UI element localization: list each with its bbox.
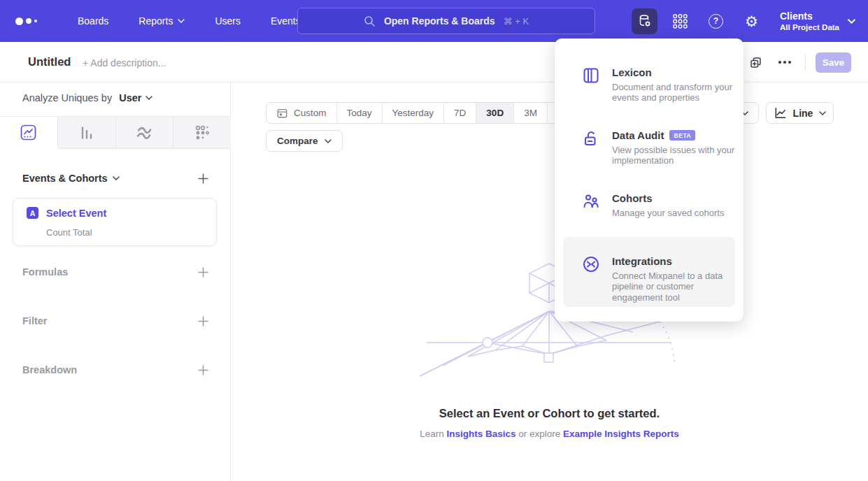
search-shortcut: ⌘ + K (504, 16, 529, 27)
settings-button[interactable]: ⚙ (739, 8, 764, 34)
date-range-custom[interactable]: Custom (266, 103, 337, 123)
menu-item-data-audit[interactable]: Data Audit BETA View possible issues wit… (555, 111, 744, 174)
analyze-by-selector[interactable]: User (119, 92, 152, 103)
count-total-selector[interactable]: Count Total (46, 227, 92, 238)
report-title[interactable]: Untitled (28, 55, 71, 69)
nav-label: Boards (78, 15, 108, 27)
menu-item-lexicon[interactable]: Lexicon Document and transform your even… (555, 48, 744, 111)
menu-item-title: Integrations (612, 255, 672, 267)
events-cohorts-section: Events & Cohorts (22, 169, 211, 187)
compare-button[interactable]: Compare (266, 130, 343, 152)
chart-area: Custom Today Yesterday 7D 30D 3M 6M Comp… (231, 82, 868, 481)
date-range-label: 30D (486, 108, 504, 118)
logo-dot (15, 17, 23, 25)
date-range-30d[interactable]: 30D (476, 103, 514, 123)
more-options-button[interactable] (774, 52, 795, 73)
add-event-button[interactable] (195, 171, 211, 186)
menu-item-description: Document and transform your events and p… (612, 82, 742, 103)
example-reports-link[interactable]: Example Insights Reports (563, 429, 679, 439)
data-audit-lock-icon (582, 129, 600, 148)
events-cohorts-label: Events & Cohorts (22, 173, 108, 184)
lexicon-book-icon (582, 66, 600, 85)
nav-item-users[interactable]: Users (215, 15, 241, 27)
breakdown-section: Breakdown (22, 361, 211, 379)
date-range-7d[interactable]: 7D (444, 103, 476, 123)
save-button[interactable]: Save (816, 52, 851, 73)
formulas-label: Formulas (22, 266, 68, 278)
mixpanel-logo[interactable] (15, 17, 48, 25)
retention-dots-icon (194, 124, 211, 141)
project-name: All Project Data (780, 22, 839, 32)
bar-chart-icon (79, 125, 94, 141)
tab-insights-line[interactable] (0, 117, 58, 149)
insights-basics-link[interactable]: Insights Basics (446, 429, 515, 439)
menu-item-integrations[interactable]: Integrations Connect Mixpanel to a data … (563, 237, 735, 307)
chart-type-selector[interactable]: Line (766, 102, 834, 124)
global-search-input[interactable]: Open Reports & Boards ⌘ + K (297, 8, 595, 34)
nav-label: Reports (138, 15, 173, 27)
question-mark-icon: ? (709, 14, 723, 29)
chevron-down-icon (145, 96, 152, 100)
line-chart-icon (774, 106, 787, 120)
duplicate-button[interactable] (745, 52, 766, 73)
tab-flows[interactable] (116, 117, 174, 149)
nav-item-events[interactable]: Events (271, 15, 301, 27)
help-button[interactable]: ? (703, 8, 729, 34)
nav-right-tools: ? ⚙ Clients All Project Data (622, 0, 855, 42)
chart-type-tabs (0, 116, 231, 149)
integrations-sync-icon (582, 255, 600, 273)
menu-item-title: Cohorts (612, 192, 653, 204)
logo-dot (26, 18, 31, 24)
search-placeholder: Open Reports & Boards (384, 15, 495, 27)
analyze-value: User (119, 92, 141, 103)
gear-icon: ⚙ (745, 14, 758, 29)
database-gear-icon (637, 13, 653, 29)
add-formula-button[interactable] (195, 264, 211, 280)
filter-label: Filter (22, 315, 47, 326)
add-description-field[interactable]: + Add description... (83, 57, 166, 69)
calendar-icon (276, 107, 288, 119)
date-range-label: Today (347, 108, 372, 118)
tab-bar-chart[interactable] (58, 117, 116, 149)
date-range-3m[interactable]: 3M (514, 103, 548, 123)
breakdown-label: Breakdown (22, 364, 77, 375)
chevron-down-icon (325, 139, 332, 143)
ellipsis-icon (778, 61, 791, 64)
add-breakdown-button[interactable] (195, 362, 211, 378)
plus-icon (198, 316, 208, 326)
date-range-label: Custom (294, 108, 327, 118)
plus-icon (198, 173, 208, 184)
date-range-today[interactable]: Today (337, 103, 383, 123)
empty-state-title: Select an Event or Cohort to get started… (231, 407, 868, 420)
tab-retention[interactable] (173, 117, 231, 149)
nav-item-reports[interactable]: Reports (138, 15, 185, 27)
data-management-button[interactable] (632, 8, 657, 34)
add-filter-button[interactable] (195, 313, 211, 329)
event-row-card[interactable]: A Select Event Count Total (13, 198, 217, 246)
plus-icon (198, 365, 208, 375)
divider (805, 54, 806, 71)
plus-icon (198, 267, 208, 278)
analyze-label: Analyze Uniques by (22, 92, 112, 103)
query-builder-sidebar: Analyze Uniques by User (0, 82, 231, 481)
cohorts-people-icon (582, 192, 600, 210)
nav-label: Users (215, 15, 241, 27)
mixpanel-insights-screen: Boards Reports Users Events Open Reports… (0, 0, 868, 481)
learn-text: Learn (420, 429, 444, 439)
menu-item-cohorts[interactable]: Cohorts Manage your saved cohorts (555, 174, 744, 237)
nav-item-boards[interactable]: Boards (78, 15, 108, 27)
empty-state-subtitle: Learn Insights Basics or explore Example… (231, 429, 868, 439)
search-icon (364, 15, 376, 27)
chevron-down-icon (819, 111, 826, 115)
apps-grid-button[interactable] (667, 8, 693, 34)
insights-chart-icon (20, 124, 36, 141)
chart-type-label: Line (793, 108, 813, 119)
events-cohorts-header[interactable]: Events & Cohorts (22, 173, 120, 184)
date-range-yesterday[interactable]: Yesterday (383, 103, 445, 123)
project-switcher[interactable]: Clients All Project Data (780, 10, 855, 32)
flows-icon (136, 124, 152, 141)
select-event-button[interactable]: Select Event (46, 208, 106, 219)
menu-item-title: Lexicon (612, 66, 652, 78)
copy-plus-icon (749, 56, 762, 69)
menu-item-title: Data Audit (612, 129, 664, 141)
